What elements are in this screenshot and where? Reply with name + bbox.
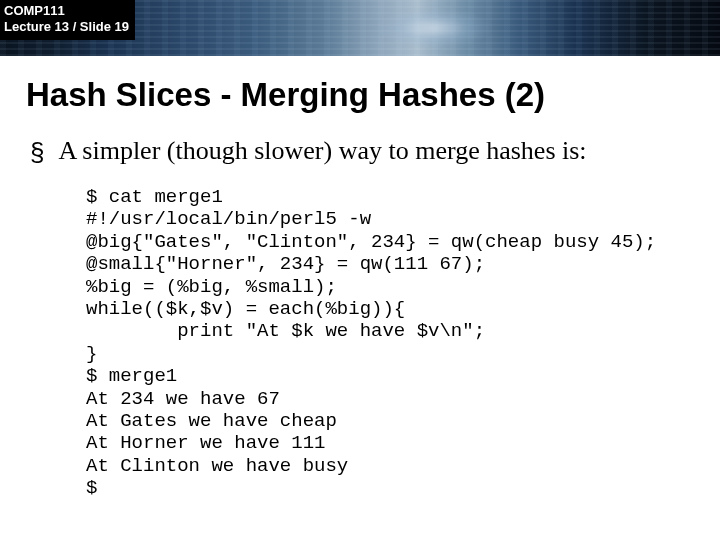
course-lecture: Lecture 13 / Slide 19	[4, 19, 129, 35]
slide-title: Hash Slices - Merging Hashes (2)	[0, 56, 720, 114]
header-banner: COMP111 Lecture 13 / Slide 19	[0, 0, 720, 56]
course-code: COMP111	[4, 3, 129, 19]
slide: COMP111 Lecture 13 / Slide 19 Hash Slice…	[0, 0, 720, 540]
bullet-marker: §	[30, 136, 44, 165]
bullet-text: A simpler (though slower) way to merge h…	[58, 136, 586, 166]
code-block: $ cat merge1 #!/usr/local/bin/perl5 -w @…	[0, 166, 720, 500]
slide-body: § A simpler (though slower) way to merge…	[0, 114, 720, 166]
course-tag: COMP111 Lecture 13 / Slide 19	[0, 0, 135, 40]
bullet-item: § A simpler (though slower) way to merge…	[30, 136, 720, 166]
